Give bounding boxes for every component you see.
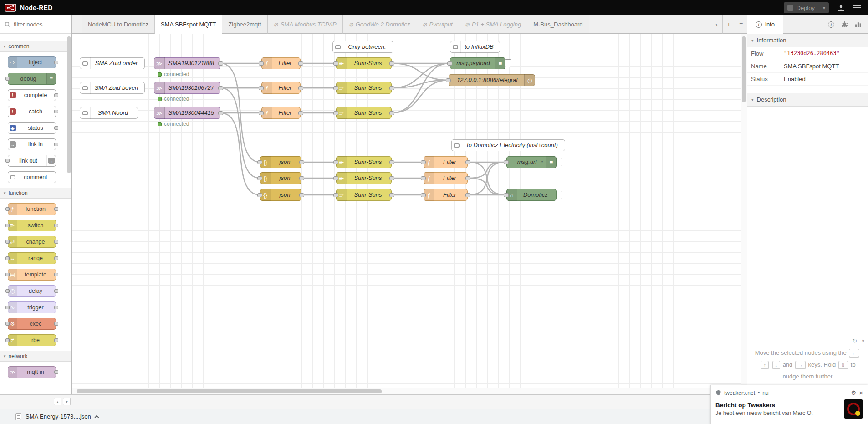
- port-output[interactable]: [54, 256, 58, 260]
- port-input[interactable]: [333, 61, 338, 66]
- wire-m3-j3[interactable]: [220, 113, 260, 195]
- flow-node-sma1930106727[interactable]: ≫SMA1930106727: [154, 82, 220, 94]
- port-input[interactable]: [257, 193, 262, 197]
- port-input[interactable]: [257, 176, 262, 180]
- palette-category-common[interactable]: ▾common: [0, 41, 71, 52]
- palette-scroll-up-button[interactable]: ▴: [54, 398, 61, 405]
- flow-node-filter[interactable]: ƒFilter: [424, 189, 468, 201]
- flow-node-domoticz[interactable]: ⌂Domoticz: [506, 189, 557, 201]
- flow-node-filter[interactable]: ƒFilter: [261, 107, 301, 119]
- search-input[interactable]: [14, 21, 64, 28]
- palette-node-range[interactable]: ↔range: [8, 252, 56, 264]
- debug-messages-icon[interactable]: [841, 21, 848, 28]
- port-output[interactable]: [54, 110, 58, 113]
- palette-node-debug[interactable]: ≡debug: [8, 73, 56, 85]
- palette-node-status[interactable]: ◈status: [8, 122, 56, 134]
- port-output[interactable]: [389, 61, 394, 66]
- comment-node-only-between[interactable]: Only between:: [332, 41, 393, 53]
- port-output[interactable]: [218, 111, 223, 115]
- settings-gear-icon[interactable]: ⚙: [851, 389, 857, 396]
- flow-node-sma1930044415[interactable]: ≫SMA1930044415: [154, 107, 220, 119]
- tab-m-bus-dashboard[interactable]: M-Bus_Dashboard: [527, 15, 589, 34]
- download-item[interactable]: SMA Energy-1573....json: [15, 413, 98, 420]
- vertical-scrollbar-thumb[interactable]: [742, 36, 746, 102]
- flow-node-filter[interactable]: ƒFilter: [261, 82, 301, 94]
- port-output[interactable]: [54, 289, 58, 293]
- flow-node-msg-url[interactable]: ≡msg.url↗: [506, 156, 557, 168]
- port-input[interactable]: [259, 111, 264, 115]
- port-output[interactable]: [389, 193, 394, 197]
- port-output[interactable]: [465, 176, 470, 180]
- palette-node-switch[interactable]: ⋔switch: [8, 220, 56, 231]
- port-output[interactable]: [54, 207, 58, 211]
- port-output[interactable]: [54, 93, 58, 97]
- tab-sma-modbus-tcp-ip[interactable]: ⊘SMA Modbus TCP/IP: [268, 15, 343, 34]
- palette-scrollbar[interactable]: [67, 36, 71, 173]
- flow-node-filter[interactable]: ƒFilter: [424, 156, 468, 168]
- flow-node-sunr-suns[interactable]: ⋔Sunr-Suns: [336, 57, 392, 69]
- port-input[interactable]: [421, 176, 426, 180]
- palette-category-function[interactable]: ▾function: [0, 188, 71, 199]
- palette-node-inject[interactable]: ⇨inject: [8, 56, 56, 68]
- palette-node-delay[interactable]: ◷delay: [8, 285, 56, 297]
- port-input[interactable]: [504, 160, 509, 164]
- close-icon[interactable]: ×: [859, 389, 863, 397]
- palette-node-exec[interactable]: ⚙exec: [8, 318, 56, 330]
- port-output[interactable]: [299, 176, 304, 180]
- flow-node-json[interactable]: {}json: [260, 172, 301, 184]
- port-input[interactable]: [5, 77, 10, 81]
- palette-node-link-out[interactable]: →link out: [8, 155, 56, 167]
- port-input[interactable]: [333, 193, 338, 197]
- comment-node-sma-zuid-onder[interactable]: SMA Zuid onder: [80, 57, 145, 69]
- flow-node-127-0-0-1-8086-telegraf[interactable]: ◷127.0.0.1:8086/telegraf: [449, 74, 535, 86]
- port-output[interactable]: [54, 240, 58, 244]
- flow-node-sunr-suns[interactable]: ⋔Sunr-Suns: [336, 189, 392, 201]
- port-input[interactable]: [446, 78, 451, 82]
- wire-m2-j2[interactable]: [220, 88, 260, 178]
- flow-node-msg-payload[interactable]: ≡msg.payload: [450, 57, 505, 69]
- palette-node-complete[interactable]: !complete: [8, 89, 56, 101]
- port-input[interactable]: [333, 111, 338, 115]
- palette-node-trigger[interactable]: ∿trigger: [8, 301, 56, 313]
- deploy-caret-icon[interactable]: ▾: [819, 5, 829, 10]
- port-output[interactable]: [54, 322, 58, 326]
- port-input[interactable]: [333, 160, 338, 164]
- tab-info[interactable]: i info: [747, 15, 783, 34]
- port-output[interactable]: [298, 61, 303, 66]
- palette-node-catch[interactable]: !catch: [8, 106, 56, 117]
- add-flow-button[interactable]: +: [722, 15, 735, 34]
- flow-node-filter[interactable]: ƒFilter: [261, 57, 301, 69]
- tab-pvoutput[interactable]: ⊘Pvoutput: [416, 15, 459, 34]
- palette-category-network[interactable]: ▾network: [0, 351, 71, 362]
- tab-sma-sbfspot-mqtt[interactable]: SMA SBFspot MQTT: [155, 15, 222, 34]
- flow-node-sma1930121888[interactable]: ≫SMA1930121888: [154, 57, 220, 69]
- palette-node-change[interactable]: ⇄change: [8, 236, 56, 248]
- menu-icon[interactable]: [853, 5, 861, 10]
- port-output[interactable]: [299, 160, 304, 164]
- flow-canvas[interactable]: Only between:to InfluxDBSMA Zuid onderSM…: [72, 34, 747, 388]
- palette-node-comment[interactable]: comment: [8, 171, 56, 183]
- flow-node-sunr-suns[interactable]: ⋔Sunr-Suns: [336, 107, 392, 119]
- port-output[interactable]: [54, 273, 58, 276]
- flow-id-value[interactable]: "13230d26.280463": [784, 50, 840, 57]
- flow-node-json[interactable]: {}json: [260, 189, 301, 201]
- user-icon[interactable]: [837, 4, 845, 12]
- port-output[interactable]: [298, 86, 303, 90]
- notification-toast[interactable]: tweakers.net • nu ⚙ × Bericht op Tweaker…: [710, 385, 868, 424]
- tab-goodwe-2-domoticz[interactable]: ⊘GoodWe 2 Domoticz: [343, 15, 417, 34]
- tab-zigbee2mqtt[interactable]: Zigbee2mqtt: [222, 15, 267, 34]
- port-output[interactable]: [389, 160, 394, 164]
- wire-s3-ifx[interactable]: [392, 80, 449, 113]
- palette-node-link-in[interactable]: →link in: [8, 138, 56, 150]
- comment-node-to-influxdb[interactable]: to InfluxDB: [450, 41, 500, 53]
- chevron-up-icon[interactable]: [94, 415, 99, 419]
- horizontal-scrollbar[interactable]: [72, 388, 747, 394]
- port-output[interactable]: [54, 143, 58, 146]
- port-output[interactable]: [218, 61, 223, 66]
- flow-node-filter[interactable]: ƒFilter: [424, 172, 468, 184]
- description-section-header[interactable]: ▾ Description: [747, 93, 868, 107]
- port-output[interactable]: [389, 176, 394, 180]
- port-input[interactable]: [257, 160, 262, 164]
- info-circle-icon[interactable]: i: [828, 21, 834, 28]
- dashboard-icon[interactable]: [855, 21, 862, 28]
